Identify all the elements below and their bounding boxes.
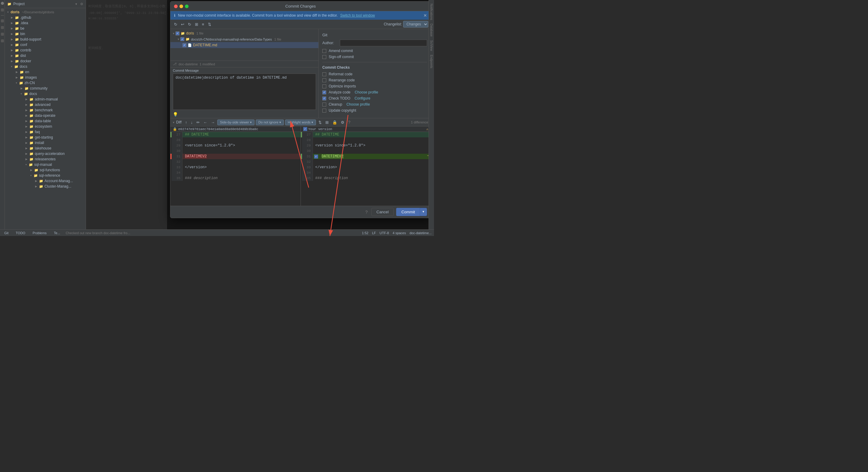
- panel-menu-icon[interactable]: ▾: [75, 2, 77, 6]
- tree-item-idea[interactable]: ▶ 📁 .idea: [5, 20, 86, 26]
- tree-item-be[interactable]: ▶ 📁 be: [5, 26, 86, 31]
- tree-item-docker[interactable]: ▶ 📁 docker: [5, 58, 86, 64]
- switch-to-tool-window-link[interactable]: Switch to tool window: [340, 13, 375, 18]
- activity-icon-5[interactable]: [1, 26, 4, 29]
- activity-icon-3[interactable]: [1, 15, 4, 16]
- commit-message-input[interactable]: [173, 73, 316, 110]
- diff-down-button[interactable]: ↓: [189, 120, 194, 125]
- tree-item-contrib[interactable]: ▶ 📁 contrib: [5, 48, 86, 53]
- tree-item-data-operate[interactable]: ▶ 📁 data-operate: [5, 113, 86, 118]
- optimize-checkbox[interactable]: [322, 85, 326, 88]
- tree-item-sql-manual[interactable]: ▾ 📁 sql-manual: [5, 162, 86, 167]
- rearrange-checkbox[interactable]: [322, 78, 326, 82]
- tree-root[interactable]: ▾ doris ~/Documents/git/doris: [5, 9, 86, 15]
- tree-item-releasenotes[interactable]: ▶ 📁 releasenotes: [5, 156, 86, 162]
- notifications-panel-label[interactable]: Notifications: [430, 2, 433, 21]
- diff-next-button[interactable]: →: [210, 120, 216, 125]
- tree-item-conf[interactable]: ▶ 📁 conf: [5, 42, 86, 48]
- amend-checkbox[interactable]: [322, 49, 326, 53]
- tree-item-community[interactable]: ▶ 📁 community: [5, 86, 86, 91]
- diff-settings-btn1[interactable]: ⇅: [317, 120, 323, 125]
- tree-item-docs[interactable]: ▾ 📁 docs: [5, 64, 86, 69]
- diff-up-button[interactable]: ↑: [184, 120, 189, 125]
- diff-lock-btn[interactable]: 🔒: [331, 120, 338, 125]
- activity-icon-2[interactable]: [1, 8, 4, 11]
- right-header-checkbox[interactable]: ✓: [303, 127, 307, 131]
- tree-item-faq[interactable]: ▶ 📁 faq: [5, 129, 86, 135]
- commit-button[interactable]: Commit: [396, 208, 420, 216]
- ignore-btn[interactable]: Do not ignore ▾: [256, 120, 284, 125]
- tree-item-benchmark[interactable]: ▶ 📁 benchmark: [5, 107, 86, 113]
- activity-icon-6[interactable]: [1, 33, 4, 36]
- tree-item-github[interactable]: ▶ 📁 .github: [5, 15, 86, 20]
- activity-icon-4[interactable]: [1, 19, 4, 22]
- choose-profile-link[interactable]: Choose profile: [355, 90, 378, 94]
- close-button[interactable]: [174, 4, 178, 8]
- change-folder-item[interactable]: ▾ ✓ 📁 docs/zh-CN/docs/sql-manual/sql-ref…: [170, 36, 318, 42]
- tree-item-query[interactable]: ▶ 📁 query-acceleration: [5, 151, 86, 156]
- tree-item-ecosystem[interactable]: ▶ 📁 ecosystem: [5, 124, 86, 129]
- diff-prev-button[interactable]: ←: [202, 120, 209, 125]
- copyright-checkbox[interactable]: [322, 108, 326, 113]
- choose-profile2-link[interactable]: Choose profile: [346, 102, 370, 106]
- folder-checkbox[interactable]: ✓: [180, 37, 184, 41]
- diff-expand-icon[interactable]: ▾: [173, 121, 174, 124]
- tree-item-docs2[interactable]: ▾ 📁 docs: [5, 91, 86, 96]
- collapse-button[interactable]: ≡: [200, 22, 206, 27]
- diff-edit-button[interactable]: ✏: [195, 120, 201, 125]
- endpoints-panel-label[interactable]: Endpoints: [430, 54, 433, 69]
- terminal-tab[interactable]: Te...: [52, 230, 62, 235]
- diff-gear-btn[interactable]: ⚙: [340, 120, 346, 125]
- problems-tab[interactable]: Problems: [31, 230, 49, 235]
- commit-dropdown-button[interactable]: ▾: [420, 208, 427, 216]
- change-file-item[interactable]: ✓ 📄 DATETIME.md: [170, 42, 318, 48]
- activity-icon[interactable]: [1, 2, 4, 5]
- tree-item-sql-functions[interactable]: ▶ 📁 sql-functions: [5, 167, 86, 173]
- move-button[interactable]: ⊞: [194, 22, 199, 27]
- panel-settings-icon[interactable]: ⚙: [80, 2, 83, 6]
- tree-item-data-table[interactable]: ▶ 📁 data-table: [5, 118, 86, 124]
- tree-item-install[interactable]: ▶ 📁 install: [5, 140, 86, 146]
- tree-item-dist[interactable]: ▶ 📁 dist: [5, 53, 86, 58]
- tree-item-advanced[interactable]: ▶ 📁 advanced: [5, 102, 86, 107]
- todo-tab[interactable]: TODO: [14, 230, 27, 235]
- todo-checkbox[interactable]: ✓: [322, 96, 326, 100]
- change-root-item[interactable]: ▾ ✓ 📁 doris 1 file: [170, 30, 318, 36]
- tree-item-cluster[interactable]: ▶ 📁 Cluster-Manag...: [5, 184, 86, 189]
- refresh-button[interactable]: ↻: [173, 22, 179, 27]
- analyze-checkbox[interactable]: ✓: [322, 91, 326, 94]
- tree-item-admin[interactable]: ▶ 📁 admin-manual: [5, 96, 86, 102]
- root-checkbox[interactable]: ✓: [176, 31, 180, 35]
- activity-icon-7[interactable]: [1, 39, 4, 42]
- tree-item-account[interactable]: ▶ 📁 Account-Manag...: [5, 178, 86, 184]
- diff-help-btn[interactable]: ?: [347, 119, 352, 125]
- signoff-checkbox[interactable]: [322, 55, 326, 59]
- notification-close-button[interactable]: ✕: [424, 13, 427, 18]
- maximize-button[interactable]: [185, 4, 189, 8]
- tree-item-zh-cn[interactable]: ▾ 📁 zh-CN: [5, 80, 86, 86]
- tree-item-get-starting[interactable]: ▶ 📁 get-starting: [5, 135, 86, 140]
- configure-link[interactable]: Configure: [355, 96, 370, 100]
- cancel-button[interactable]: Cancel: [371, 208, 394, 216]
- minimize-button[interactable]: [180, 4, 183, 8]
- database-panel-label[interactable]: Database: [430, 22, 433, 38]
- expand-button[interactable]: ⇅: [207, 22, 213, 27]
- highlight-btn[interactable]: Highlight words ▾: [285, 120, 316, 125]
- diff-settings-btn2[interactable]: ⊞: [324, 120, 330, 125]
- tree-item-lakehouse[interactable]: ▶ 📁 lakehouse: [5, 146, 86, 151]
- redo-button[interactable]: ↻: [187, 22, 192, 27]
- tree-item-sql-reference[interactable]: ▾ 📁 sql-reference: [5, 173, 86, 178]
- author-input[interactable]: [340, 40, 427, 46]
- cleanup-checkbox[interactable]: [322, 102, 326, 106]
- tree-item-images[interactable]: ▶ 📁 images: [5, 75, 86, 80]
- git-tab[interactable]: Git: [2, 230, 10, 235]
- reformat-checkbox[interactable]: [322, 72, 326, 76]
- changelist-select[interactable]: Changes: [403, 21, 428, 28]
- tree-item-build-support[interactable]: ▶ 📁 build-support: [5, 37, 86, 42]
- tree-item-bin[interactable]: ▶ 📁 bin: [5, 31, 86, 37]
- line-check[interactable]: ✓: [314, 155, 318, 159]
- file-checkbox[interactable]: ✓: [183, 43, 186, 47]
- side-by-side-btn[interactable]: Side-by-side viewer ▾: [217, 120, 254, 125]
- undo-button[interactable]: ↩: [180, 22, 186, 27]
- sciview-panel-label[interactable]: SciView: [430, 39, 433, 52]
